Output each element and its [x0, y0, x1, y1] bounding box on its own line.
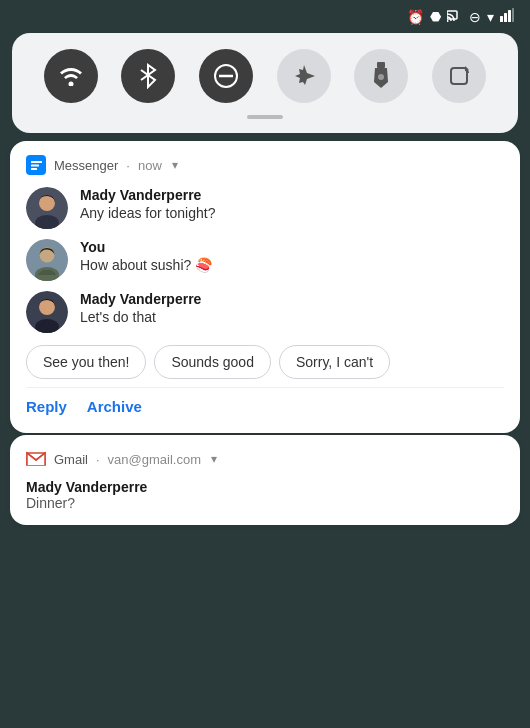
svg-rect-4: [508, 10, 511, 22]
notif-expand-icon[interactable]: ▾: [172, 158, 178, 172]
msg-text-2: How about sushi? 🍣: [80, 257, 504, 273]
svg-rect-9: [377, 62, 385, 68]
gmail-app-icon: [26, 449, 46, 469]
signal-icon: [500, 8, 514, 25]
msg-sender-3: Mady Vanderperre: [80, 291, 504, 307]
quick-reply-sounds-good[interactable]: Sounds good: [154, 345, 271, 379]
messenger-time: ·: [126, 158, 130, 173]
svg-rect-3: [504, 13, 507, 22]
gmail-sender: Mady Vanderperre: [26, 479, 504, 495]
svg-rect-13: [31, 164, 39, 166]
messenger-notification: Messenger · now ▾ Mady Vanderperre: [10, 141, 520, 433]
quick-settings-panel: [12, 33, 518, 133]
messenger-app-name: Messenger: [54, 158, 118, 173]
quick-replies: See you then! Sounds good Sorry, I can't: [26, 345, 504, 379]
svg-rect-2: [500, 16, 503, 22]
wifi-status-icon: ▾: [487, 9, 494, 25]
msg-text-1: Any ideas for tonight?: [80, 205, 504, 221]
avatar-mady-2: [26, 291, 68, 333]
message-row-1: Mady Vanderperre Any ideas for tonight?: [26, 187, 504, 229]
avatar-you: [26, 239, 68, 281]
message-row-3: Mady Vanderperre Let's do that: [26, 291, 504, 333]
bluetooth-status-icon: ⬣: [430, 9, 441, 24]
svg-rect-11: [451, 68, 467, 84]
dnd-toggle[interactable]: [199, 49, 253, 103]
notif-actions: Reply Archive: [26, 387, 504, 419]
avatar-mady-1: [26, 187, 68, 229]
panel-handle: [247, 115, 283, 119]
reply-button[interactable]: Reply: [26, 394, 67, 419]
svg-point-1: [447, 20, 449, 23]
msg-sender-2: You: [80, 239, 504, 255]
gmail-subject: Dinner?: [26, 495, 504, 511]
bluetooth-toggle[interactable]: [121, 49, 175, 103]
gmail-expand-icon[interactable]: ▾: [211, 452, 217, 466]
notif-header-messenger: Messenger · now ▾: [26, 155, 504, 175]
svg-rect-12: [31, 161, 42, 163]
quick-settings-icons: [32, 49, 498, 103]
msg-text-3: Let's do that: [80, 309, 504, 325]
gmail-notification: Gmail · van@gmail.com ▾ Mady Vanderperre…: [10, 435, 520, 525]
status-bar: ⏰ ⬣ ⊖ ▾: [0, 0, 530, 29]
message-row-2: You How about sushi? 🍣: [26, 239, 504, 281]
gmail-app-name: Gmail: [54, 452, 88, 467]
svg-point-6: [68, 82, 73, 87]
flashlight-toggle[interactable]: [354, 49, 408, 103]
cast-icon: [447, 8, 463, 25]
notifications-area: Messenger · now ▾ Mady Vanderperre: [0, 141, 530, 728]
clock-icon: ⏰: [407, 9, 424, 25]
messenger-timestamp: now: [138, 158, 162, 173]
svg-point-10: [378, 74, 384, 80]
quick-reply-sorry[interactable]: Sorry, I can't: [279, 345, 390, 379]
gmail-header: Gmail · van@gmail.com ▾: [26, 449, 504, 469]
rotate-toggle[interactable]: [432, 49, 486, 103]
gmail-account: van@gmail.com: [108, 452, 201, 467]
msg-content-3: Mady Vanderperre Let's do that: [80, 291, 504, 325]
msg-sender-1: Mady Vanderperre: [80, 187, 504, 203]
svg-rect-5: [512, 8, 514, 22]
messenger-app-icon: [26, 155, 46, 175]
archive-button[interactable]: Archive: [87, 394, 142, 419]
msg-content-2: You How about sushi? 🍣: [80, 239, 504, 273]
msg-content-1: Mady Vanderperre Any ideas for tonight?: [80, 187, 504, 221]
wifi-toggle[interactable]: [44, 49, 98, 103]
quick-reply-see-you[interactable]: See you then!: [26, 345, 146, 379]
airplane-toggle[interactable]: [277, 49, 331, 103]
svg-rect-14: [31, 168, 37, 170]
dnd-status-icon: ⊖: [469, 9, 481, 25]
